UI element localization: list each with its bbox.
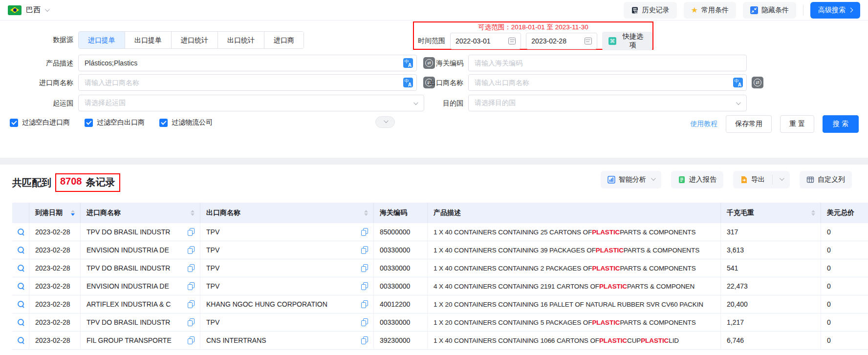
copy-icon[interactable] bbox=[188, 336, 195, 344]
quick-options-button[interactable]: ⌘ 快捷选项 bbox=[602, 32, 652, 50]
column-header[interactable]: 出口商名称 bbox=[200, 203, 374, 223]
datasource-tab[interactable]: 进口统计 bbox=[172, 32, 218, 48]
advanced-search-button[interactable]: 高级搜索 bbox=[810, 2, 860, 19]
copy-icon[interactable] bbox=[361, 318, 368, 326]
cell-product-description: 1 X 40 CONTAINERS CONTAINING 25 CARTONS … bbox=[428, 223, 721, 241]
copy-icon[interactable] bbox=[188, 264, 195, 272]
column-header[interactable]: 到港日期 bbox=[29, 203, 81, 223]
chevron-down-icon bbox=[45, 7, 50, 12]
cell-product-description: 1 X 40 CONTAINERS CONTAINING 2 PACKAGES … bbox=[428, 259, 721, 277]
column-header[interactable]: 进口商名称 bbox=[81, 203, 200, 223]
product-description-label: 产品描述 bbox=[0, 55, 73, 71]
history-button[interactable]: 历史记录 bbox=[624, 2, 677, 19]
filter-checkbox[interactable]: 过滤物流公司 bbox=[159, 118, 213, 127]
column-header-label: 进口商名称 bbox=[87, 209, 121, 217]
checkbox-checked-icon bbox=[159, 119, 168, 127]
translate-icon[interactable]: 中A bbox=[733, 78, 743, 87]
destination-country-select[interactable]: 请选择目的国 bbox=[468, 95, 747, 111]
sort-arrows-icon[interactable] bbox=[187, 210, 195, 216]
datasource-tab[interactable]: 出口统计 bbox=[218, 32, 264, 48]
exporter-input[interactable] bbox=[468, 74, 747, 91]
tutorial-link[interactable]: 使用教程 bbox=[690, 120, 717, 128]
copy-icon[interactable] bbox=[361, 336, 368, 344]
cell-weight-kg: 20,400 bbox=[721, 295, 821, 313]
view-detail-magnifier-icon[interactable] bbox=[17, 318, 25, 326]
copy-icon[interactable] bbox=[361, 300, 368, 308]
copy-icon[interactable] bbox=[188, 318, 195, 326]
search-button[interactable]: 搜 索 bbox=[823, 115, 859, 133]
copy-icon[interactable] bbox=[361, 264, 368, 272]
sort-arrows-icon[interactable] bbox=[67, 210, 75, 216]
cell-weight-kg: 6,746 bbox=[721, 332, 821, 349]
hs-code-input[interactable] bbox=[468, 55, 747, 71]
reset-button[interactable]: 重 置 bbox=[780, 115, 814, 133]
highlighted-term: PLASTIC bbox=[599, 283, 627, 290]
copy-icon[interactable] bbox=[188, 228, 195, 236]
save-conditions-button[interactable]: 保存常用 bbox=[726, 115, 772, 133]
smart-analysis-button[interactable]: 智能分析 bbox=[601, 171, 661, 188]
chevron-down-icon[interactable] bbox=[780, 176, 784, 181]
divider bbox=[803, 5, 803, 16]
hide-conditions-button[interactable]: 隐藏条件 bbox=[743, 2, 796, 19]
chevron-down-icon bbox=[413, 100, 418, 105]
view-detail-magnifier-icon[interactable] bbox=[17, 264, 25, 272]
datasource-tab[interactable]: 进口商 bbox=[264, 32, 304, 48]
sort-arrows-icon[interactable] bbox=[807, 210, 815, 216]
view-detail-magnifier-icon[interactable] bbox=[17, 246, 25, 254]
column-header: 产品描述 bbox=[428, 203, 721, 223]
cell-weight-kg: 22,473 bbox=[721, 277, 821, 295]
custom-columns-button[interactable]: 自定义列 bbox=[800, 171, 852, 188]
cell-arrival-date: 2023-02-28 bbox=[29, 241, 81, 259]
translate-icon[interactable]: 中A bbox=[403, 58, 413, 68]
copy-icon[interactable] bbox=[361, 228, 368, 236]
product-description-input[interactable] bbox=[78, 55, 417, 71]
column-header[interactable]: 千克毛重 bbox=[721, 203, 821, 223]
copy-icon[interactable] bbox=[188, 282, 195, 290]
view-detail-magnifier-icon[interactable] bbox=[17, 282, 25, 290]
cell-exporter: TPV bbox=[200, 259, 374, 277]
cell-value-usd: 0 bbox=[821, 313, 868, 331]
start-date-input[interactable]: 2022-03-01 bbox=[450, 33, 521, 49]
column-header: 海关编码 bbox=[374, 203, 428, 223]
filter-checkboxes: 过滤空白进口商过滤空白出口商过滤物流公司 bbox=[10, 118, 213, 127]
quick-options-label: 快捷选项 bbox=[620, 32, 646, 50]
cell-value-usd: 0 bbox=[821, 295, 868, 313]
swap-translate-icon[interactable]: ⇄ bbox=[752, 77, 763, 88]
count-annotation-box: 8708 条记录 bbox=[55, 173, 120, 192]
custom-columns-label: 自定义列 bbox=[818, 175, 845, 184]
column-header: 美元总价 bbox=[821, 203, 868, 223]
sort-arrows-icon[interactable] bbox=[360, 210, 368, 216]
cell-exporter: KHANG NGOC HUNG CORPORATION bbox=[200, 295, 374, 313]
end-date-input[interactable]: 2023-02-28 bbox=[526, 33, 597, 49]
collapse-toggle[interactable] bbox=[375, 116, 395, 128]
filter-checkbox[interactable]: 过滤空白出口商 bbox=[85, 118, 145, 127]
table-row: 2023-02-28ENVISION INDUSTRIA DETPV003300… bbox=[12, 277, 868, 295]
favorites-button[interactable]: ★ 常用条件 bbox=[684, 2, 736, 19]
cell-hs-code: 85000000 bbox=[374, 223, 428, 241]
filter-checkbox[interactable]: 过滤空白进口商 bbox=[10, 118, 70, 127]
highlighted-term: PLASTIC bbox=[592, 319, 620, 326]
calendar-icon bbox=[508, 38, 516, 44]
highlighted-term: PLASTIC bbox=[599, 337, 627, 344]
export-button[interactable]: 导出 bbox=[733, 171, 790, 188]
view-detail-magnifier-icon[interactable] bbox=[17, 228, 25, 236]
datasource-label: 数据源 bbox=[0, 31, 73, 48]
smart-analysis-label: 智能分析 bbox=[619, 175, 646, 184]
view-detail-magnifier-icon[interactable] bbox=[17, 300, 25, 308]
country-selector[interactable]: 巴西 bbox=[8, 5, 48, 15]
copy-icon[interactable] bbox=[361, 282, 368, 290]
highlighted-term: PLASTIC bbox=[641, 337, 669, 344]
cell-product-description: 1 X 40 CONTAINERS CONTAINING 39 PACKAGES… bbox=[428, 241, 721, 259]
translate-icon[interactable]: 中A bbox=[403, 78, 413, 87]
view-detail-magnifier-icon[interactable] bbox=[17, 336, 25, 344]
results-table: 到港日期进口商名称出口商名称海关编码产品描述千克毛重美元总价 2023-02-2… bbox=[12, 203, 868, 350]
enter-report-button[interactable]: 进入报告 bbox=[671, 171, 723, 188]
copy-icon[interactable] bbox=[361, 246, 368, 254]
copy-icon[interactable] bbox=[188, 300, 195, 308]
results-count: 共匹配到 8708 条记录 bbox=[12, 173, 120, 192]
importer-input[interactable] bbox=[78, 74, 417, 91]
datasource-tab[interactable]: 进口提单 bbox=[79, 32, 125, 48]
origin-country-select[interactable]: 请选择起运国 bbox=[78, 95, 424, 111]
datasource-tab[interactable]: 出口提单 bbox=[125, 32, 172, 48]
copy-icon[interactable] bbox=[188, 246, 195, 254]
